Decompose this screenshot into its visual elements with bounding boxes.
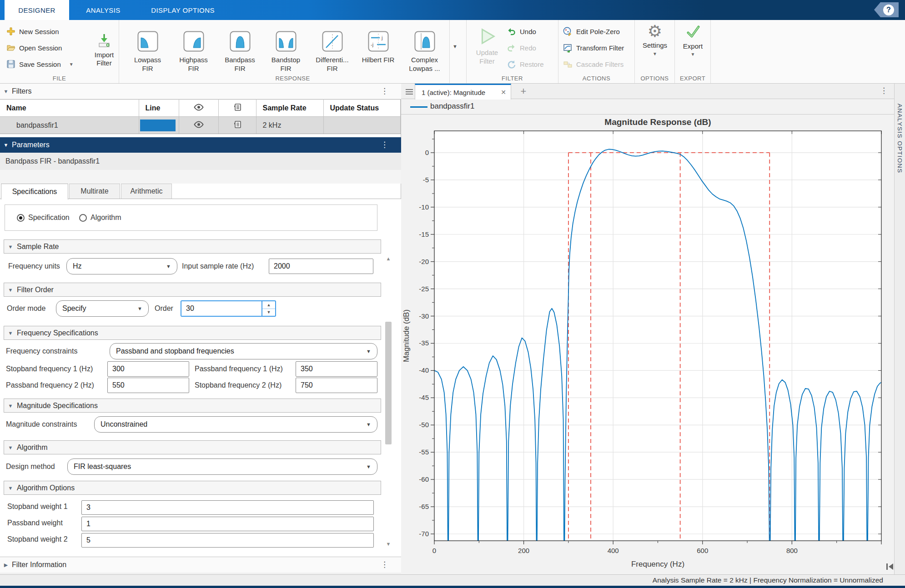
settings-button[interactable]: ⚙ Settings ▼ [638,22,672,56]
filter-information-header[interactable]: ▶ Filter Information ⋮ [0,557,401,573]
help-button[interactable]: ? [874,2,899,17]
differentiator-fir-icon [322,31,343,52]
file-section-label: FILE [0,75,119,82]
passband-weight-field[interactable] [81,517,374,531]
tab-analysis[interactable]: ANALYSIS [69,0,137,20]
svg-text:-60: -60 [419,475,429,483]
svg-text:Frequency (Hz): Frequency (Hz) [631,560,684,568]
update-filter-button[interactable]: Update Filter [472,24,502,65]
undo-button[interactable]: Undo [507,25,536,37]
dock-panel-icon[interactable] [885,563,895,571]
filters-panel-header[interactable]: ▼ Filters ⋮ [0,84,401,99]
tab-multirate[interactable]: Multirate [69,184,120,199]
spinner-down-button[interactable]: ▼ [262,309,275,316]
hilbert-fir-button[interactable]: j-j Hilbert FIR [355,24,401,80]
scrollbar-down-button[interactable]: ▼ [384,540,392,548]
passband-frequency-2-field[interactable] [107,378,189,393]
open-session-button[interactable]: Open Session [6,42,62,54]
edit-pole-zero-button[interactable]: Edit Pole-Zero [563,25,620,37]
radio-algorithm[interactable]: Algorithm [79,214,121,222]
scrollbar-thumb[interactable] [385,322,392,444]
section-filter-order[interactable]: ▼ Filter Order [4,283,381,297]
actions-section-label: ACTIONS [558,75,634,82]
order-label: Order [155,300,173,317]
section-algorithm[interactable]: ▼ Algorithm [4,440,381,454]
scrollbar-up-button[interactable]: ▲ [384,254,392,263]
tab-designer[interactable]: DESIGNER [5,0,69,20]
redo-icon [507,43,516,53]
filter-line-cell[interactable] [139,117,179,134]
stopband-weight-1-field[interactable] [81,500,374,515]
analysis-options-strip[interactable]: ANALYSIS OPTIONS [894,84,905,574]
add-tab-button[interactable]: + [516,85,531,98]
magnitude-response-chart[interactable]: 02004006008000-5-10-15-20-25-30-35-40-45… [401,115,894,574]
filter-name-cell[interactable]: bandpassfir1 [0,117,139,134]
tab-arithmetic[interactable]: Arithmetic [121,184,172,199]
filter-info-cell[interactable] [218,117,256,134]
magnitude-constraints-value: Unconstrained [101,420,147,428]
stopband-frequency-1-field[interactable] [107,361,189,377]
section-algorithm-options-title: Algorithm Options [17,484,75,492]
passband-frequency-1-field[interactable] [296,361,377,377]
bottom-accent-strip [0,586,905,588]
filters-table: Name Line Sample Rate Update Status band… [0,99,401,134]
radio-specification[interactable]: Specification [17,214,70,222]
bandstop-fir-button[interactable]: Bandstop FIR [263,24,309,80]
save-session-caret-icon[interactable]: ▼ [69,62,74,67]
redo-button[interactable]: Redo [507,42,536,54]
parameters-gap [0,170,401,184]
section-frequency-specifications[interactable]: ▼ Frequency Specifications [4,326,381,340]
import-filter-button[interactable]: Import Filter [92,33,116,67]
order-spinner: ▲ ▼ [261,301,275,316]
transform-filter-label: Transform Filter [576,44,624,52]
save-session-button[interactable]: Save Session ▼ [6,58,74,70]
undo-label: Undo [520,28,536,35]
cascade-filters-button[interactable]: Cascade Filters [563,58,623,70]
section-algorithm-options[interactable]: ▼ Algorithm Options [4,481,381,495]
stopband-weight-2-field[interactable] [81,533,374,548]
spinner-up-button[interactable]: ▲ [262,301,275,309]
tab-list-icon[interactable] [406,88,413,95]
section-algorithm-title: Algorithm [17,443,48,452]
complex-lowpass-fir-button[interactable]: Complex Lowpas ... [402,24,447,80]
line-color-swatch[interactable] [140,120,176,131]
filter-visibility-cell[interactable] [179,117,218,134]
filter-information-menu-icon[interactable]: ⋮ [381,562,388,568]
section-sample-rate[interactable]: ▼ Sample Rate [4,239,381,254]
magnitude-constraints-combo[interactable]: Unconstrained ▼ [94,416,377,433]
highpass-fir-label2: FIR [171,64,216,73]
order-mode-combo[interactable]: Specify ▼ [56,300,149,317]
export-button[interactable]: Export ▼ [677,24,709,57]
filters-menu-icon[interactable]: ⋮ [381,88,388,95]
bandpass-fir-icon [230,31,251,52]
frequency-constraints-combo[interactable]: Passband and stopband frequencies ▼ [110,343,377,359]
frequency-units-combo[interactable]: Hz ▼ [66,258,177,274]
section-magnitude-specifications[interactable]: ▼ Magnitude Specifications [4,399,381,413]
parameters-menu-icon[interactable]: ⋮ [381,142,388,148]
stopband-frequency-2-field[interactable] [296,378,377,393]
edit-pole-zero-label: Edit Pole-Zero [576,28,620,35]
plot-tabstrip-menu-icon[interactable]: ⋮ [880,88,888,94]
design-method-combo[interactable]: FIR least-squares ▼ [67,458,377,475]
parameters-panel-header[interactable]: ▼ Parameters ⋮ [0,137,401,153]
report-icon[interactable] [233,120,241,129]
parameters-collapse-icon: ▼ [0,142,12,148]
tab-specifications[interactable]: Specifications [1,184,68,199]
eye-icon[interactable] [193,121,204,128]
differentiator-fir-button[interactable]: Differenti... FIR [309,24,355,80]
lowpass-fir-button[interactable]: Lowpass FIR [125,24,171,80]
input-sample-rate-field[interactable] [269,259,373,274]
svg-text:0: 0 [425,149,429,156]
response-overflow-button[interactable]: ▼ [452,44,458,49]
order-field[interactable] [181,301,261,316]
filter-table-row[interactable]: bandpassfir1 2 kHz [0,117,400,134]
close-icon[interactable]: ✕ [501,89,506,96]
plot-tab-active[interactable]: 1 (active): Magnitude ✕ [415,84,511,100]
bandpass-fir-button[interactable]: Bandpass FIR [217,24,263,80]
tab-display-options[interactable]: DISPLAY OPTIONS [137,0,228,20]
restore-button[interactable]: Restore [507,58,544,70]
toolstrip-section-file: New Session Open Session Save Session ▼ … [0,20,119,83]
new-session-button[interactable]: New Session [6,25,59,37]
highpass-fir-button[interactable]: Highpass FIR [171,24,216,80]
transform-filter-button[interactable]: Transform Filter [563,42,624,54]
